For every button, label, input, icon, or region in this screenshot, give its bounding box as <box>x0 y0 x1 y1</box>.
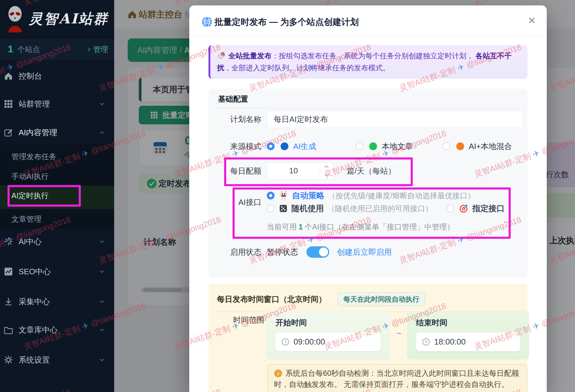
start-time-label: 开始时间 <box>275 318 307 328</box>
sidebar-item-label: AI中心 <box>19 233 42 250</box>
site-count-bar: 1 个站点 › 管理 <box>0 39 114 59</box>
batch-schedule-modal: 批量定时发布 — 为多个站点创建计划 × 全站批量发布：按组勾选发布任务，系统为… <box>189 5 547 392</box>
section-title: 基础配置 <box>218 94 248 104</box>
close-icon[interactable]: × <box>528 13 536 28</box>
subitem-label: AI定时执行 <box>11 186 49 205</box>
schedule-note-box: i 系统后台每60秒自动检测：当北京时间进入此时间窗口且未达每日配额时，自动触发… <box>267 364 528 392</box>
clock-icon <box>281 338 289 346</box>
banner-text-2: ，全部进入定时队列。计划将继承任务的发布模式。 <box>224 64 390 72</box>
globe-icon <box>201 16 213 28</box>
plan-name-value: 每日AI定时发布 <box>274 114 328 125</box>
basic-config-section: 基础配置 计划名称 每日AI定时发布 来源模式 AI生成 本地文章 AI+本地混… <box>208 89 528 277</box>
api-option-label[interactable]: 随机使用 <box>291 203 324 214</box>
clock-icon <box>422 338 430 346</box>
api-option-desc: （随机使用已启用的可用接口） <box>327 204 433 214</box>
api-hint-row: 当前可用1个AI接口（在左侧菜单「接口管理」中管理） <box>208 221 523 233</box>
local-article-dot <box>369 142 377 150</box>
sidebar-item-settings[interactable]: 系统设置 <box>0 351 114 368</box>
sidebar-item-ai-content[interactable]: AI内容管理 <box>0 124 114 141</box>
modal-info-banner: 全站批量发布：按组勾选发布任务，系统为每个任务分别创建独立定时计划， 各站互不干… <box>208 45 528 79</box>
end-time-label: 结束时间 <box>416 318 447 328</box>
sidebar-subitem-manual-ai[interactable]: 手动AI执行 <box>0 169 114 184</box>
quota-unit: 篇/天（每站） <box>347 166 396 176</box>
api-hint-post: 个AI接口（在左侧菜单「接口管理」中管理） <box>305 223 455 231</box>
chart-icon <box>4 267 13 276</box>
source-option-label[interactable]: AI+本地混合 <box>469 141 512 152</box>
end-time-value: 18:00:00 <box>434 337 466 347</box>
source-option-label[interactable]: 本地文章 <box>382 141 413 152</box>
radio-ai-generate[interactable] <box>267 142 275 150</box>
chevron-down-icon <box>99 298 105 305</box>
subitem-label: 文章管理 <box>11 211 41 226</box>
quota-decrease-button[interactable] <box>320 171 333 179</box>
radio-specify-api[interactable] <box>446 205 454 212</box>
quota-stepper[interactable]: 10 <box>267 162 333 180</box>
radio-ai-local-mix[interactable] <box>443 142 450 150</box>
rocket-icon <box>217 51 225 60</box>
modal-header-divider <box>189 35 547 36</box>
app-logo-text: 灵智AI站群 <box>29 10 108 28</box>
subitem-label: 管理发布任务 <box>11 149 56 164</box>
sidebar-subitem-publish-tasks[interactable]: 管理发布任务 <box>0 149 114 164</box>
start-time-input[interactable]: 09:00:00 <box>275 333 381 351</box>
edit-icon <box>4 128 13 137</box>
folder-icon <box>4 325 13 335</box>
target-icon <box>459 204 469 213</box>
plan-name-row: 计划名称 每日AI定时发布 <box>208 111 523 128</box>
enable-status-row: 启用状态 暂停状态 创建后立即启用 <box>208 245 523 259</box>
time-range-label: 时间范围 <box>233 315 264 325</box>
chevron-up-icon <box>99 129 105 136</box>
api-auto-row: AI接口 自动策略 （按优先级/健康度/熔断自动选择最优接口） <box>208 190 523 202</box>
manage-chevron-icon: › <box>88 39 90 59</box>
sidebar-item-seo-center[interactable]: SEO中心 <box>0 263 114 280</box>
modal-title: 批量定时发布 — 为多个站点创建计划 <box>214 16 359 28</box>
sidebar-item-article-library[interactable]: 文章库中心 <box>0 321 114 338</box>
source-mode-row: 来源模式 AI生成 本地文章 AI+本地混合 <box>208 140 523 152</box>
enable-state-text: 暂停状态 <box>267 247 298 257</box>
manage-link[interactable]: 管理 <box>93 39 108 59</box>
sidebar-subitem-articles[interactable]: 文章管理 <box>0 211 114 226</box>
api-option-label[interactable]: 指定接口 <box>472 203 505 214</box>
quota-value: 10 <box>267 163 320 179</box>
site-count-value: 1 <box>8 39 13 59</box>
sidebar-item-ai-center[interactable]: AI中心 <box>0 233 114 250</box>
chevron-down-icon <box>99 238 105 245</box>
radio-random-use[interactable] <box>267 205 275 212</box>
chevron-down-icon <box>99 101 105 107</box>
radio-local-article[interactable] <box>355 142 363 150</box>
dice-icon <box>279 204 288 213</box>
sidebar-item-label: 控制台 <box>19 68 42 84</box>
sidebar-item-label: 采集中心 <box>19 293 50 310</box>
banner-text-1: ：按组勾选发布任务，系统为每个任务分别创建独立定时计划， <box>272 52 476 60</box>
source-option-label[interactable]: AI生成 <box>293 141 316 152</box>
enable-toggle[interactable] <box>306 246 329 258</box>
end-time-input[interactable]: 18:00:00 <box>416 333 520 351</box>
sidebar-item-label: AI内容管理 <box>19 124 57 141</box>
banner-lead: 全站批量发布 <box>228 52 272 60</box>
plan-name-input[interactable]: 每日AI定时发布 <box>267 111 523 128</box>
subitem-label: 手动AI执行 <box>11 169 49 184</box>
sidebar-item-dashboard[interactable]: 控制台 <box>0 68 114 84</box>
quota-increase-button[interactable] <box>320 163 333 171</box>
schedule-header-row: 每日发布时间窗口（北京时间） 每天在此时间段自动执行 <box>217 292 523 306</box>
sidebar-item-collect-center[interactable]: 采集中心 <box>0 293 114 310</box>
schedule-badge: 每天在此时间段自动执行 <box>338 292 425 306</box>
source-mode-label: 来源模式 <box>208 141 267 152</box>
sidebar-subitem-ai-schedule-active[interactable]: AI定时执行 <box>0 186 114 209</box>
enable-status-label: 启用状态 <box>208 247 267 257</box>
logo-row: 灵智AI站群 <box>0 0 114 39</box>
daily-quota-row: 每日配额 10 篇/天（每站） <box>208 162 523 180</box>
section-divider <box>218 108 518 108</box>
radio-auto-strategy[interactable] <box>267 192 275 199</box>
chevron-down-icon <box>99 357 105 363</box>
range-tilde: ~ <box>397 329 401 339</box>
site-count-label: 个站点 <box>17 39 40 59</box>
alien-logo-icon <box>7 5 23 34</box>
api-option-label[interactable]: 自动策略 <box>292 190 324 201</box>
daily-quota-label: 每日配额 <box>208 166 267 176</box>
sidebar-item-sites[interactable]: 站群管理 <box>0 96 114 112</box>
sidebar-item-label: 站群管理 <box>19 96 50 112</box>
grid-icon <box>4 99 13 109</box>
plan-name-label: 计划名称 <box>208 114 267 125</box>
enable-now-link[interactable]: 创建后立即启用 <box>337 247 392 257</box>
